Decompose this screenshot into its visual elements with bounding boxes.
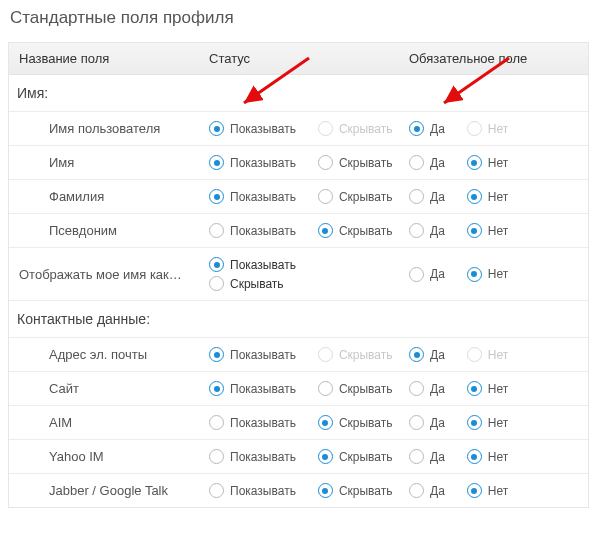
status-show-radio-input [209,347,224,362]
radio-label: Показывать [230,156,296,170]
status-hide-radio-input[interactable] [318,449,333,464]
header-status: Статус [209,51,409,66]
radio-label: Нет [488,122,508,136]
radio-label: Нет [488,224,508,238]
required-no-radio: Нет [467,347,508,362]
status-show-radio[interactable]: Показывать [209,121,296,136]
required-no-radio-input[interactable] [467,267,482,282]
required-no-radio-input[interactable] [467,415,482,430]
status-show-radio-input[interactable] [209,381,224,396]
status-show-radio-input[interactable] [209,155,224,170]
required-yes-radio-input[interactable] [409,415,424,430]
status-show-radio[interactable]: Показывать [209,257,409,272]
radio-label: Скрывать [339,484,393,498]
status-show-radio[interactable]: Показывать [209,347,296,362]
status-hide-radio[interactable]: Скрывать [318,155,393,170]
status-hide-radio-input[interactable] [318,415,333,430]
required-yes-radio[interactable]: Да [409,483,445,498]
required-yes-radio-input[interactable] [409,189,424,204]
required-yes-radio[interactable]: Да [409,347,445,362]
required-yes-radio-input[interactable] [409,381,424,396]
field-row: ПсевдонимПоказыватьСкрыватьДаНет [9,214,588,248]
required-group: ДаНет [409,223,589,238]
status-group: ПоказыватьСкрывать [209,347,409,362]
status-show-radio[interactable]: Показывать [209,415,296,430]
field-label: Адрес эл. почты [19,347,209,362]
required-no-radio-input[interactable] [467,381,482,396]
required-yes-radio[interactable]: Да [409,121,445,136]
status-show-radio[interactable]: Показывать [209,449,296,464]
radio-label: Показывать [230,122,296,136]
radio-label: Скрывать [339,450,393,464]
radio-label: Да [430,122,445,136]
status-hide-radio[interactable]: Скрывать [318,381,393,396]
status-show-radio-input[interactable] [209,257,224,272]
status-hide-radio[interactable]: Скрывать [318,223,393,238]
status-hide-radio[interactable]: Скрывать [318,189,393,204]
required-yes-radio-input[interactable] [409,223,424,238]
required-no-radio[interactable]: Нет [467,223,508,238]
required-yes-radio[interactable]: Да [409,155,445,170]
required-yes-radio-input[interactable] [409,449,424,464]
radio-label: Скрывать [339,382,393,396]
field-label: Фамилия [19,189,209,204]
radio-label: Нет [488,348,508,362]
required-no-radio[interactable]: Нет [467,189,508,204]
status-hide-radio-input[interactable] [318,155,333,170]
status-group: ПоказыватьСкрывать [209,155,409,170]
field-row: Yahoo IMПоказыватьСкрыватьДаНет [9,440,588,474]
required-yes-radio-input[interactable] [409,155,424,170]
status-show-radio[interactable]: Показывать [209,381,296,396]
required-no-radio[interactable]: Нет [467,381,508,396]
required-no-radio-input[interactable] [467,449,482,464]
required-yes-radio[interactable]: Да [409,223,445,238]
status-hide-radio[interactable]: Скрывать [318,483,393,498]
status-show-radio[interactable]: Показывать [209,223,296,238]
required-no-radio[interactable]: Нет [467,155,508,170]
required-no-radio[interactable]: Нет [467,267,508,282]
required-yes-radio[interactable]: Да [409,381,445,396]
status-show-radio[interactable]: Показывать [209,483,296,498]
field-row: Jabber / Google TalkПоказыватьСкрыватьДа… [9,474,588,507]
status-hide-radio-input[interactable] [318,381,333,396]
status-show-radio-input[interactable] [209,415,224,430]
status-hide-radio-input[interactable] [318,223,333,238]
status-show-radio[interactable]: Показывать [209,155,296,170]
radio-label: Показывать [230,348,296,362]
field-row: AIMПоказыватьСкрыватьДаНет [9,406,588,440]
required-no-radio-input[interactable] [467,483,482,498]
required-yes-radio[interactable]: Да [409,415,445,430]
page-title: Стандартные поля профиля [10,8,589,28]
status-show-radio-input[interactable] [209,483,224,498]
radio-label: Нет [488,267,508,281]
radio-label: Нет [488,450,508,464]
field-label: Имя [19,155,209,170]
status-show-radio-input[interactable] [209,449,224,464]
required-no-radio[interactable]: Нет [467,415,508,430]
required-yes-radio[interactable]: Да [409,267,445,282]
status-hide-radio[interactable]: Скрывать [318,415,393,430]
radio-label: Скрывать [339,122,393,136]
required-yes-radio[interactable]: Да [409,449,445,464]
required-no-radio-input[interactable] [467,223,482,238]
field-label: Псевдоним [19,223,209,238]
field-row: Имя пользователяПоказыватьСкрыватьДаНет [9,112,588,146]
required-yes-radio-input[interactable] [409,267,424,282]
status-hide-radio-input[interactable] [318,483,333,498]
status-hide-radio[interactable]: Скрывать [209,276,409,291]
status-hide-radio[interactable]: Скрывать [318,449,393,464]
required-yes-radio[interactable]: Да [409,189,445,204]
radio-label: Показывать [230,484,296,498]
status-show-radio-input [209,121,224,136]
required-no-radio[interactable]: Нет [467,449,508,464]
status-hide-radio-input[interactable] [318,189,333,204]
status-show-radio-input[interactable] [209,189,224,204]
required-no-radio-input[interactable] [467,189,482,204]
required-yes-radio-input[interactable] [409,483,424,498]
required-no-radio[interactable]: Нет [467,483,508,498]
radio-label: Да [430,416,445,430]
status-show-radio[interactable]: Показывать [209,189,296,204]
status-hide-radio-input[interactable] [209,276,224,291]
required-no-radio-input[interactable] [467,155,482,170]
status-show-radio-input[interactable] [209,223,224,238]
